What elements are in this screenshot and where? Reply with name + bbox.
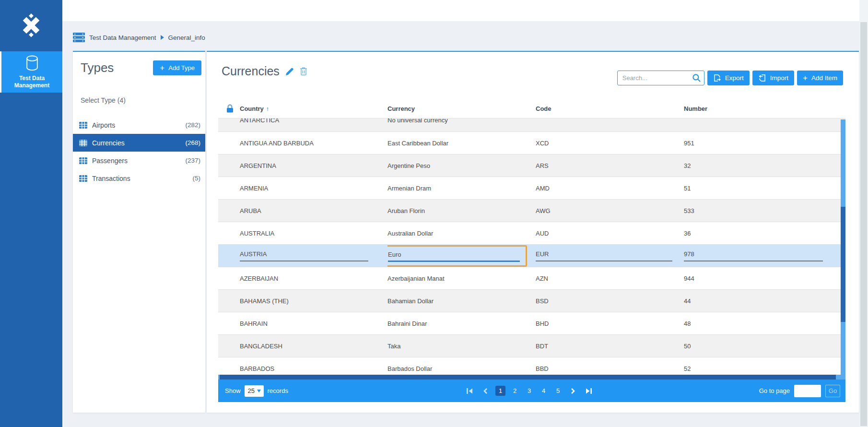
vertical-scrollbar[interactable] bbox=[841, 119, 845, 375]
next-page-button[interactable] bbox=[567, 385, 579, 397]
table-row[interactable]: BANGLADESHTakaBDT50 bbox=[218, 334, 845, 357]
page-scrollbar-thumb[interactable] bbox=[860, 22, 867, 426]
type-item-currencies[interactable]: Currencies(268) bbox=[73, 134, 205, 152]
table-row[interactable]: AZERBAIJANAzerbaijanian ManatAZN944 bbox=[218, 267, 845, 289]
cell-code: AZN bbox=[536, 267, 684, 289]
cell-currency: Bahamian Dollar bbox=[387, 290, 536, 312]
sidebar-item-test-data-management[interactable]: Test Data Management bbox=[0, 51, 62, 93]
type-item-passengers[interactable]: Passengers(237) bbox=[73, 152, 205, 169]
cell-country: AZERBAIJAN bbox=[218, 267, 387, 289]
horizontal-scrollbar-thumb[interactable] bbox=[220, 375, 836, 380]
table-row[interactable]: ARGENTINAArgentine PesoARS32 bbox=[218, 154, 845, 177]
column-header-currency[interactable]: Currency bbox=[387, 105, 536, 112]
column-label: Code bbox=[536, 105, 551, 112]
table-row[interactable]: ANTARCTICANo universal currency bbox=[218, 119, 845, 131]
cell-country: AUSTRALIA bbox=[218, 222, 387, 244]
inline-edit-country[interactable]: AUSTRIA bbox=[240, 250, 368, 261]
table-grid-icon bbox=[79, 157, 87, 164]
types-title: Types bbox=[81, 60, 114, 75]
page-controls: 12345 bbox=[464, 380, 595, 402]
cell-currency: Aruban Florin bbox=[387, 200, 536, 222]
page-number-5[interactable]: 5 bbox=[553, 386, 563, 396]
goto-page-input[interactable] bbox=[794, 385, 821, 397]
cell-code: AWG bbox=[536, 200, 684, 222]
cell-number: 36 bbox=[684, 222, 845, 244]
import-label: Import bbox=[770, 74, 788, 82]
page-title: Currencies bbox=[222, 64, 280, 78]
inline-edit-code[interactable]: EUR bbox=[536, 250, 672, 261]
page-number-1[interactable]: 1 bbox=[495, 386, 505, 396]
column-label: Currency bbox=[387, 105, 415, 112]
export-button[interactable]: Export bbox=[707, 71, 750, 85]
cell-code: ARS bbox=[536, 154, 684, 177]
cell-code: EUR bbox=[536, 245, 684, 267]
edit-icon[interactable] bbox=[285, 67, 294, 76]
page-scrollbar[interactable] bbox=[859, 0, 868, 427]
cell-country: ARUBA bbox=[218, 200, 387, 222]
table-grid-icon bbox=[79, 122, 87, 129]
cell-country: AUSTRIA bbox=[218, 245, 387, 267]
app-logo[interactable] bbox=[0, 0, 62, 51]
table-header: Country↑CurrencyCodeNumber bbox=[218, 99, 845, 119]
cell-number: 44 bbox=[684, 290, 845, 312]
column-header-number[interactable]: Number bbox=[684, 105, 845, 112]
table-row[interactable]: BARBADOSBarbados DollarBBD52 bbox=[218, 357, 845, 375]
add-item-button[interactable]: + Add Item bbox=[797, 71, 843, 85]
add-type-button[interactable]: + Add Type bbox=[153, 60, 201, 75]
prev-page-button[interactable] bbox=[480, 385, 491, 397]
search-input[interactable] bbox=[617, 71, 704, 85]
plus-icon: + bbox=[160, 65, 164, 71]
types-list: Airports(282)Currencies(268)Passengers(2… bbox=[73, 116, 205, 187]
page-number-3[interactable]: 3 bbox=[524, 386, 534, 396]
show-label: Show bbox=[225, 387, 241, 394]
cell-number: 944 bbox=[684, 267, 845, 289]
cell-currency: Bahraini Dinar bbox=[387, 312, 536, 334]
cell-country: BARBADOS bbox=[218, 357, 387, 375]
breadcrumb-item[interactable]: Test Data Management bbox=[89, 34, 156, 41]
cell-number: 51 bbox=[684, 177, 845, 199]
types-panel: Types + Add Type Select Type (4) Airport… bbox=[73, 51, 205, 413]
table-row[interactable]: ARMENIAArmenian DramAMD51 bbox=[218, 177, 845, 199]
inline-edit-currency[interactable]: Euro bbox=[388, 251, 520, 262]
cell-currency: East Caribbean Dollar bbox=[387, 132, 536, 154]
column-header-code[interactable]: Code bbox=[536, 105, 684, 112]
pagination-bar: Show 25 records 12345 Go to page Go bbox=[218, 380, 845, 402]
type-item-airports[interactable]: Airports(282) bbox=[73, 116, 205, 134]
records-label: records bbox=[268, 387, 288, 394]
page-size-select[interactable]: 25 bbox=[245, 385, 264, 397]
sidebar: Test Data Management bbox=[0, 0, 62, 427]
type-item-transactions[interactable]: Transactions(5) bbox=[73, 169, 205, 187]
table-body: ANTARCTICANo universal currencyANTIGUA A… bbox=[218, 119, 845, 375]
focused-cell-outline: Euro bbox=[387, 245, 527, 267]
horizontal-scrollbar[interactable] bbox=[218, 375, 845, 380]
table-row[interactable]: AUSTRIAEuroEUR978 bbox=[218, 244, 845, 267]
cell-code: BDT bbox=[536, 335, 684, 357]
import-icon bbox=[758, 74, 766, 82]
cell-code: BBD bbox=[536, 357, 684, 375]
breadcrumb-arrow-icon bbox=[161, 35, 164, 40]
cell-number bbox=[684, 119, 845, 131]
table-row[interactable]: AUSTRALIAAustralian DollarAUD36 bbox=[218, 222, 845, 244]
table-row[interactable]: ARUBAAruban FlorinAWG533 bbox=[218, 199, 845, 222]
page-number-2[interactable]: 2 bbox=[510, 386, 520, 396]
delete-icon[interactable] bbox=[300, 67, 307, 76]
vertical-scrollbar-thumb[interactable] bbox=[841, 207, 845, 322]
column-header-country[interactable]: Country↑ bbox=[218, 105, 387, 112]
select-type-label: Select Type (4) bbox=[81, 96, 198, 104]
table-row[interactable]: BAHAMAS (THE)Bahamian DollarBSD44 bbox=[218, 289, 845, 312]
cell-number: 533 bbox=[684, 200, 845, 222]
export-label: Export bbox=[725, 74, 744, 82]
table-row[interactable]: ANTIGUA AND BARBUDAEast Caribbean Dollar… bbox=[218, 131, 845, 154]
type-label: Airports bbox=[92, 121, 115, 129]
cell-number: 951 bbox=[684, 132, 845, 154]
last-page-button[interactable] bbox=[583, 385, 595, 397]
breadcrumb: Test Data Management General_info bbox=[73, 30, 205, 45]
search-icon[interactable] bbox=[692, 73, 701, 84]
first-page-button[interactable] bbox=[464, 385, 475, 397]
cell-number: 48 bbox=[684, 312, 845, 334]
import-button[interactable]: Import bbox=[752, 71, 794, 85]
page-number-4[interactable]: 4 bbox=[539, 386, 549, 396]
inline-edit-number[interactable]: 978 bbox=[684, 250, 823, 261]
table-row[interactable]: BAHRAINBahraini DinarBHD48 bbox=[218, 312, 845, 334]
go-button[interactable]: Go bbox=[825, 385, 840, 397]
